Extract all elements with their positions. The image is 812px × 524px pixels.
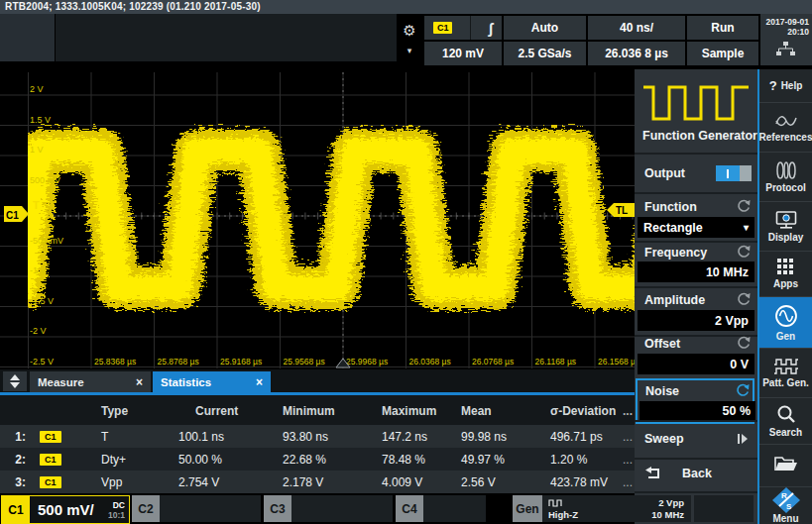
apps-grid-icon bbox=[777, 259, 794, 275]
trigger-slope-icon: ∫ bbox=[489, 20, 493, 37]
frequency-value-field[interactable]: 10 MHz bbox=[638, 262, 754, 282]
chevron-down-icon: ▾ bbox=[407, 46, 412, 55]
table-row[interactable]: 1: C1 T 100.1 ns 93.80 ns 147.2 ns 99.98… bbox=[0, 425, 635, 448]
acquisition-mode-cell[interactable]: Sample bbox=[687, 42, 758, 65]
offset-value-field[interactable]: 0 V bbox=[638, 354, 754, 374]
date-time-panel[interactable]: 2017-09-01 20:10 bbox=[760, 14, 812, 65]
timebase-cell[interactable]: 40 ns/ bbox=[588, 16, 685, 40]
menu-item-label: Patt. Gen. bbox=[762, 377, 809, 388]
divider bbox=[635, 192, 757, 194]
col-more: ... bbox=[623, 404, 635, 418]
menu-item-menu[interactable]: R S Menu bbox=[759, 487, 812, 524]
menu-item-label: Display bbox=[768, 232, 804, 243]
channel1-coupling: DC bbox=[113, 500, 125, 510]
close-icon[interactable]: × bbox=[256, 375, 263, 389]
svg-text:S: S bbox=[786, 502, 792, 511]
chevron-down-icon: ▾ bbox=[744, 222, 749, 233]
row-index: 1: bbox=[0, 430, 30, 444]
waveform-display[interactable]: 2 V 1.5 V 1 V 500 mV -500 mV -1 V -1.5 V… bbox=[0, 69, 635, 369]
noise-value-field[interactable]: 50 % bbox=[639, 401, 755, 420]
function-generator-panel: Function Generator Output Function Recta… bbox=[635, 69, 757, 524]
col-type: Type bbox=[75, 404, 178, 418]
menu-item-gen-active[interactable]: Gen bbox=[759, 297, 812, 349]
menu-item-display[interactable]: Display bbox=[759, 202, 812, 252]
generator-impedance: High-Z bbox=[548, 509, 578, 521]
cell-maximum: 4.009 V bbox=[382, 475, 461, 489]
trigger-mode-cell[interactable]: Auto bbox=[504, 16, 586, 40]
col-maximum: Maximum bbox=[382, 404, 461, 418]
gear-icon: ⚙ bbox=[403, 22, 415, 40]
channel3-settings-box[interactable]: C3 bbox=[264, 495, 393, 522]
svg-text:25.9568 µs: 25.9568 µs bbox=[284, 357, 325, 367]
noise-group-selected[interactable]: Noise 50 % bbox=[636, 378, 754, 424]
settings-gear-button[interactable]: ⚙ ▾ bbox=[398, 22, 421, 61]
toggle-on-bar bbox=[727, 169, 729, 178]
cell-sigma: 496.71 ps bbox=[550, 430, 623, 444]
channel-badge: C1 bbox=[40, 454, 61, 466]
trigger-source-cell[interactable]: C1 ∫ bbox=[424, 16, 502, 40]
menu-item-apps[interactable]: Apps bbox=[759, 252, 812, 297]
menu-item-pattern-generator[interactable]: Patt. Gen. bbox=[759, 349, 812, 398]
tab-measure[interactable]: Measure × bbox=[30, 371, 151, 392]
svg-text:26.0368 µs: 26.0368 µs bbox=[409, 357, 451, 367]
svg-text:25.9968 µs: 25.9968 µs bbox=[346, 357, 388, 367]
channel1-position-marker[interactable]: C1 bbox=[4, 206, 29, 222]
empty-settings-box[interactable] bbox=[694, 495, 754, 522]
function-dropdown[interactable]: Rectangle ▾ bbox=[638, 217, 754, 238]
rotary-knob-icon bbox=[736, 336, 751, 351]
rotary-knob-icon bbox=[736, 199, 751, 214]
row-index: 2: bbox=[0, 453, 30, 467]
cell-minimum: 22.68 % bbox=[283, 453, 382, 467]
cell-current: 100.1 ns bbox=[178, 430, 283, 444]
menu-item-help[interactable]: ? Help bbox=[759, 69, 812, 103]
channel4-badge: C4 bbox=[396, 495, 423, 522]
svg-text:26.1168 µs: 26.1168 µs bbox=[535, 357, 577, 367]
toggle-knob bbox=[740, 165, 752, 181]
amplitude-value-field[interactable]: 2 Vpp bbox=[638, 310, 754, 331]
svg-text:-1.5 V: -1.5 V bbox=[30, 296, 54, 306]
col-mean: Mean bbox=[461, 404, 550, 418]
table-row[interactable]: 2: C1 Dty+ 50.00 % 22.68 % 78.48 % 49.97… bbox=[0, 448, 635, 471]
sample-rate-cell[interactable]: 2.5 GSa/s bbox=[504, 42, 586, 65]
sweep-menu-item[interactable]: Sweep bbox=[635, 420, 757, 460]
channel2-settings-box[interactable]: C2 bbox=[132, 495, 261, 522]
panel-title: Function Generator bbox=[642, 129, 757, 143]
rs-logo-icon: R S bbox=[772, 487, 800, 513]
folder-open-icon bbox=[774, 456, 798, 472]
menu-item-protocol[interactable]: Protocol bbox=[759, 153, 812, 202]
menu-item-label: Menu bbox=[772, 513, 798, 524]
results-tab-bar: Measure × Statistics × bbox=[0, 369, 635, 395]
col-sigma: σ-Deviation bbox=[550, 404, 623, 418]
panel-splitter-control[interactable] bbox=[3, 371, 27, 391]
menu-item-file[interactable] bbox=[759, 445, 812, 487]
generator-sine-icon bbox=[774, 304, 798, 328]
trigger-level-marker[interactable]: TL bbox=[607, 203, 635, 217]
horizontal-position-cell[interactable]: 26.036 8 µs bbox=[588, 42, 685, 65]
sweep-label: Sweep bbox=[644, 432, 684, 446]
divider bbox=[635, 153, 757, 155]
generator-settings-box[interactable]: Gen 2 Vpp High-Z 10 MHz bbox=[513, 495, 691, 522]
col-current: Current bbox=[178, 404, 283, 418]
svg-text:1.5 V: 1.5 V bbox=[30, 115, 51, 125]
table-row[interactable]: 3: C1 Vpp 2.754 V 2.178 V 4.009 V 2.56 V… bbox=[0, 471, 635, 493]
function-label: Function bbox=[644, 200, 697, 214]
rotary-knob-icon bbox=[736, 292, 751, 307]
frequency-label: Frequency bbox=[644, 246, 707, 260]
close-icon[interactable]: × bbox=[136, 375, 143, 389]
channel4-settings-box[interactable]: C4 bbox=[396, 495, 486, 522]
output-toggle[interactable] bbox=[716, 165, 752, 181]
cell-current: 50.00 % bbox=[178, 453, 283, 467]
rotary-knob-icon-active bbox=[735, 383, 750, 398]
channel1-scale: 500 mV/ bbox=[30, 496, 94, 523]
cell-current: 2.754 V bbox=[178, 475, 283, 489]
menu-item-references[interactable]: References bbox=[759, 103, 812, 153]
svg-text:26.0768 µs: 26.0768 µs bbox=[472, 357, 514, 367]
trigger-level-cell[interactable]: 120 mV bbox=[424, 42, 502, 65]
pattern-generator-icon bbox=[773, 359, 799, 374]
tab-statistics-active[interactable]: Statistics × bbox=[153, 371, 271, 392]
channel1-settings-box[interactable]: C1 500 mV/ DC 10:1 bbox=[1, 495, 130, 524]
references-waveform-icon bbox=[774, 112, 798, 129]
menu-item-search[interactable]: Search bbox=[759, 398, 812, 445]
back-button[interactable]: Back bbox=[635, 458, 757, 493]
run-state-cell[interactable]: Run bbox=[687, 16, 758, 40]
